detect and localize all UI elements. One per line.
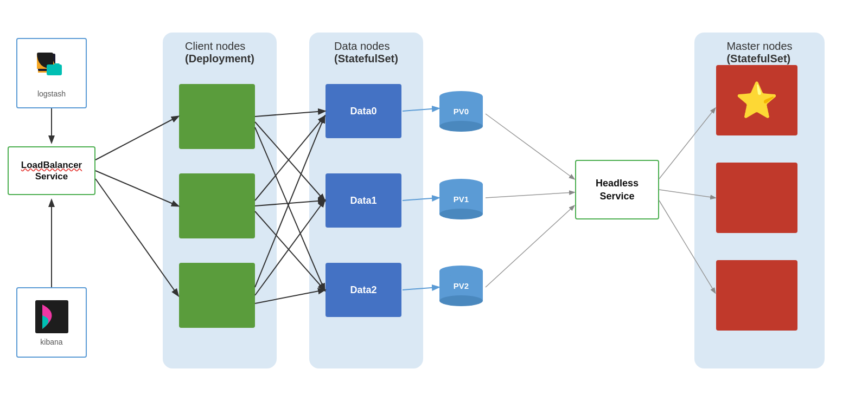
pv0-container: PV0 (439, 91, 483, 132)
master-node-1: ⭐ (716, 65, 797, 135)
pv0-to-headless (486, 114, 574, 179)
pv1-bottom (439, 209, 483, 219)
pv2-to-headless (486, 206, 574, 287)
pv0-bottom (439, 121, 483, 132)
lb-service-box: LoadBalancer Service (8, 146, 95, 195)
lb-service-line1: LoadBalancer (21, 160, 82, 170)
data-node-0: Data0 (326, 84, 401, 138)
diagram-container: Client nodes(Deployment) Data nodes(Stat… (0, 0, 868, 401)
client-panel-label: Client nodes(Deployment) (185, 40, 254, 65)
logstash-box: logstash (16, 38, 87, 108)
headless-service-box: Headless Service (575, 160, 659, 219)
kibana-logo-icon (34, 299, 69, 334)
svg-rect-3 (47, 64, 62, 75)
master-node-3 (716, 260, 797, 331)
pv0-cylinder: PV0 (439, 91, 483, 132)
logstash-logo-icon (33, 48, 71, 86)
pv2-bottom (439, 295, 483, 306)
client-node-1 (179, 84, 255, 149)
pv1-cylinder: PV1 (439, 179, 483, 219)
pv1-container: PV1 (439, 179, 483, 219)
kibana-label: kibana (40, 338, 62, 346)
headless-line2: Service (599, 191, 634, 202)
star-icon: ⭐ (735, 83, 778, 118)
pv1-top (439, 179, 483, 190)
lb-service-text: LoadBalancer Service (21, 159, 82, 183)
master-panel-label: Master nodes(StatefulSet) (726, 40, 792, 65)
pv2-container: PV2 (439, 266, 483, 306)
pv2-cylinder: PV2 (439, 266, 483, 306)
svg-rect-4 (35, 300, 68, 333)
master-node-2 (716, 163, 797, 233)
data-panel-label: Data nodes(StatefulSet) (334, 40, 398, 65)
client-node-3 (179, 263, 255, 328)
kibana-box: kibana (16, 287, 87, 358)
pv2-top (439, 266, 483, 276)
data-node-1: Data1 (326, 173, 401, 228)
client-node-2 (179, 173, 255, 238)
headless-service-text: Headless Service (596, 177, 639, 203)
pv0-top (439, 91, 483, 102)
logstash-label: logstash (37, 89, 66, 98)
pv1-to-headless (486, 192, 574, 198)
headless-line1: Headless (596, 178, 639, 189)
lb-service-line2: Service (35, 171, 68, 182)
data-node-2: Data2 (326, 263, 401, 317)
